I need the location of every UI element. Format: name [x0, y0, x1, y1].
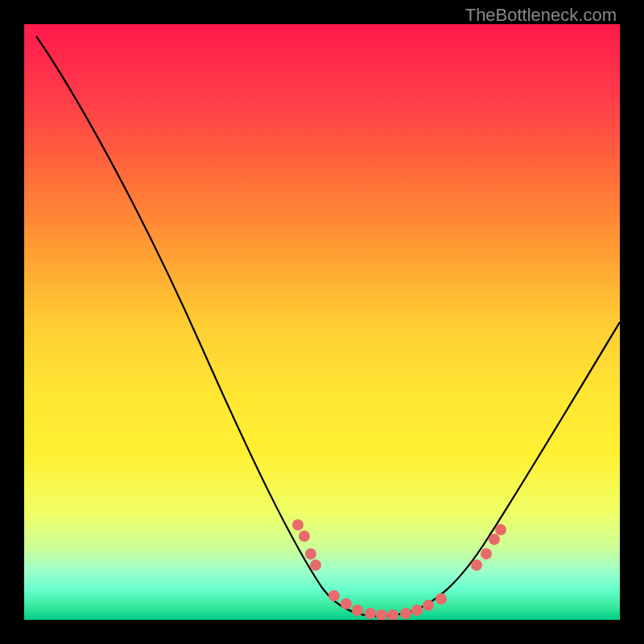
curve-marker	[352, 605, 363, 616]
curve-marker	[423, 600, 434, 611]
curve-marker	[292, 519, 303, 530]
chart-container: TheBottleneck.com	[0, 0, 644, 644]
curve-marker	[365, 608, 376, 619]
curve-marker	[436, 593, 447, 605]
curve-marker	[376, 609, 387, 620]
curve-marker	[481, 548, 492, 559]
bottleneck-curve-path	[36, 36, 620, 617]
curve-marker	[411, 605, 423, 616]
watermark-text: TheBottleneck.com	[465, 5, 617, 26]
curve-marker	[341, 598, 352, 609]
curve-marker	[489, 534, 500, 545]
curve-svg	[24, 24, 620, 620]
curve-marker	[387, 609, 398, 620]
curve-marker	[400, 608, 411, 619]
plot-gradient-background	[24, 24, 620, 620]
curve-marker	[305, 548, 316, 559]
curve-marker	[328, 590, 340, 601]
curve-marker	[310, 559, 321, 571]
curve-marker	[495, 524, 506, 535]
curve-marker	[299, 530, 310, 542]
curve-marker	[471, 559, 482, 571]
